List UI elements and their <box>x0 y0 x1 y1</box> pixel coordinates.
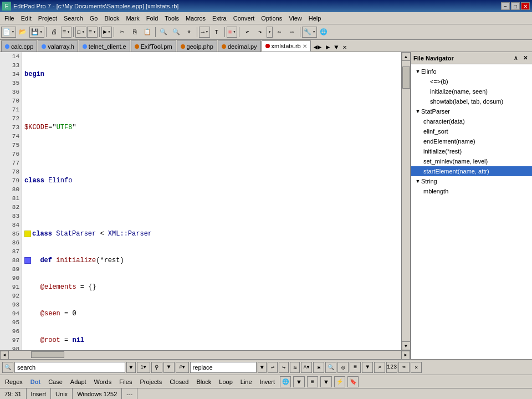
code-editor[interactable]: begin $KCODE="UTF8" class Elinfo class S… <box>22 52 401 350</box>
replace-dropdown-btn[interactable]: ▼ <box>258 362 267 373</box>
zoom-select-button[interactable]: ⌖ <box>183 26 195 38</box>
tab-decimal-py[interactable]: decimal.py <box>218 40 261 52</box>
zoom-in-button[interactable]: 🔍 <box>157 26 170 38</box>
bottom-bookmark-btn[interactable]: 🔖 <box>347 376 359 387</box>
menu-item-extra[interactable]: Extra <box>209 12 230 24</box>
case-button[interactable]: Case <box>45 377 65 386</box>
horizontal-scrollbar[interactable]: ◄ ► <box>0 351 410 359</box>
menu-item-view[interactable]: View <box>285 12 305 24</box>
tree-expand-arrow[interactable]: ▼ <box>415 68 421 75</box>
search-settings-btn[interactable]: ≡ <box>350 362 361 373</box>
tab-telnet-client[interactable]: telnet_client.e <box>79 40 130 52</box>
hscroll-right-arrow[interactable]: ► <box>401 351 410 360</box>
search-extra-btn1[interactable]: ⌕ <box>374 362 385 373</box>
nav-close-button[interactable]: ✕ <box>521 54 530 63</box>
tree-item-elinf-sort[interactable]: elinf_sort <box>411 126 532 136</box>
maximize-button[interactable]: □ <box>511 2 520 10</box>
line-button[interactable]: Line <box>238 377 255 386</box>
search-dropdown-btn2[interactable]: ▼ <box>362 362 373 373</box>
search-extra-btn4[interactable]: ⨯ <box>411 362 422 373</box>
code-scroll[interactable]: 14 33 34 35 36 70 71 72 73 74 75 76 77 7… <box>0 52 410 350</box>
search-input[interactable] <box>15 364 125 371</box>
tree-item-elinfo-showtab[interactable]: showtab(label, tab, dosum) <box>411 96 532 106</box>
replace-btn2[interactable]: ↪ <box>279 362 289 373</box>
text-button[interactable]: T <box>211 26 223 38</box>
tools-dropdown[interactable]: 🔧▾ <box>302 27 317 38</box>
tree-item-character[interactable]: character(data) <box>411 116 532 126</box>
open-button[interactable]: 📂 <box>17 26 29 38</box>
bottom-filter-btn[interactable]: ≡ <box>307 376 318 387</box>
files-button[interactable]: Files <box>116 377 135 386</box>
menu-item-macros[interactable]: Macros <box>182 12 209 24</box>
view-dropdown1[interactable]: ☐▾ <box>75 27 86 38</box>
tree-item-end-element[interactable]: endElement(name) <box>411 136 532 146</box>
hscroll-track[interactable] <box>9 351 401 359</box>
regex-button[interactable]: Regex <box>2 377 25 386</box>
tree-item-mblength[interactable]: mblength <box>411 186 532 196</box>
bottom-filter-dropdown[interactable]: ▼ <box>320 376 332 387</box>
search-zoom-btn2[interactable]: 🔍 <box>325 362 336 373</box>
menu-item-mark[interactable]: Mark <box>122 12 142 24</box>
tab-dropdown[interactable]: ≡▾ <box>61 27 71 38</box>
paste-button[interactable]: 📋 <box>141 26 154 38</box>
words-button[interactable]: Words <box>91 377 115 386</box>
search-locate-btn[interactable]: ◎ <box>337 362 349 373</box>
tabs-overflow-right[interactable]: ► <box>324 44 332 52</box>
tab-xmlstats-rb[interactable]: xmlstats.rb ✕ <box>262 40 311 52</box>
search-count-btn[interactable]: #▼ <box>176 362 189 373</box>
tree-item-elinfo-initialize[interactable]: initialize(name, seen) <box>411 86 532 96</box>
view-dropdown2[interactable]: ≡▾ <box>87 27 98 38</box>
menu-item-convert[interactable]: Convert <box>230 12 258 24</box>
menu-item-edit[interactable]: Edit <box>18 12 35 24</box>
web-button[interactable]: 🌐 <box>318 26 330 38</box>
menu-item-block[interactable]: Block <box>101 12 123 24</box>
search-icon-button[interactable]: 🔍 <box>2 362 13 373</box>
projects-button[interactable]: Projects <box>137 377 165 386</box>
menu-item-fold[interactable]: Fold <box>143 12 161 24</box>
menu-item-help[interactable]: Help <box>305 12 325 24</box>
tree-item-elinfo-spaceship[interactable]: <=>(b) <box>411 76 532 86</box>
scroll-down-arrow[interactable]: ▼ <box>402 341 411 350</box>
tree-item-statparser-initialize[interactable]: initialize(*rest) <box>411 146 532 156</box>
tab-close-all[interactable]: ✕ <box>341 43 349 52</box>
scroll-track[interactable] <box>402 61 410 341</box>
bottom-script-btn[interactable]: ⚡ <box>334 376 345 387</box>
back-button[interactable]: ⇦ <box>273 26 285 38</box>
search-extra-btn3[interactable]: ➥ <box>398 362 410 373</box>
tabs-overflow-left[interactable]: ◄► <box>311 44 324 52</box>
tree-item-elinfo[interactable]: ▼ Elinfo <box>411 66 532 76</box>
bottom-globe-dropdown[interactable]: ▼ <box>293 376 305 387</box>
tab-exiftool-pm[interactable]: ExifTool.pm <box>131 40 176 52</box>
dot-button[interactable]: Dot <box>28 377 43 386</box>
new-file-dropdown[interactable]: 📄▾ <box>1 27 16 38</box>
search-dropdown-btn[interactable]: ▼ <box>126 362 136 373</box>
scroll-up-arrow[interactable]: ▲ <box>402 52 411 61</box>
minimize-button[interactable]: − <box>501 2 510 10</box>
vertical-scrollbar[interactable]: ▲ ▼ <box>401 52 410 350</box>
closed-button[interactable]: Closed <box>167 377 191 386</box>
hscroll-thumb[interactable] <box>31 351 64 358</box>
tabs-menu[interactable]: ▼ <box>332 44 340 52</box>
save-dropdown[interactable]: 💾▾ <box>29 27 44 38</box>
menu-item-options[interactable]: Options <box>258 12 285 24</box>
tree-expand-arrow[interactable]: ▼ <box>415 178 421 185</box>
close-button[interactable]: ✕ <box>521 2 530 10</box>
search-input-container[interactable] <box>14 362 125 373</box>
nav-up-button[interactable]: ∧ <box>511 54 520 63</box>
print-button[interactable]: 🖨 <box>48 26 60 38</box>
bottom-globe-btn[interactable]: 🌐 <box>280 376 291 387</box>
replace-btn3[interactable]: ⇆ <box>290 362 300 373</box>
redo-button[interactable]: ↷ <box>254 26 266 38</box>
tab-close-icon[interactable]: ✕ <box>303 43 307 49</box>
tab-calc-cpp[interactable]: calc.cpp <box>1 40 37 52</box>
cut-button[interactable]: ✂ <box>116 26 128 38</box>
zoom-out-button[interactable]: 🔍 <box>170 26 182 38</box>
tree-item-statparser[interactable]: ▼ StatParser <box>411 106 532 116</box>
tab-geoip-php[interactable]: geoip.php <box>177 40 217 52</box>
scroll-thumb[interactable] <box>402 66 410 89</box>
tree-item-string[interactable]: ▼ String <box>411 176 532 186</box>
replace-input-container[interactable] <box>190 362 257 373</box>
undo-button[interactable]: ↶ <box>241 26 253 38</box>
hscroll-left-arrow[interactable]: ◄ <box>0 351 9 360</box>
menu-item-tools[interactable]: Tools <box>161 12 182 24</box>
